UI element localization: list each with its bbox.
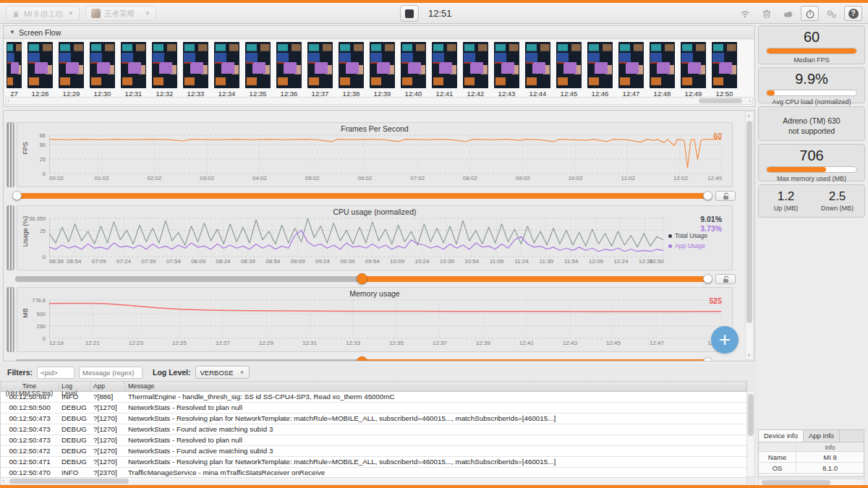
screenshot-thumbnail[interactable]: 12:44	[525, 42, 550, 98]
log-horizontal-scrollbar[interactable]: ‹	[0, 477, 747, 485]
tab-app-info[interactable]: App info	[804, 430, 840, 442]
screen-flow-scrollbar[interactable]: ‹ ›	[5, 97, 753, 105]
screenshot-thumbnail[interactable]: 12:41	[432, 42, 457, 98]
screenshot-image[interactable]	[463, 42, 488, 88]
screenshot-image[interactable]	[681, 42, 706, 88]
screenshot-image[interactable]	[432, 42, 457, 88]
fps-range-slider[interactable]	[11, 190, 714, 202]
cloud-upload-button[interactable]	[779, 6, 797, 21]
log-row[interactable]: 00:12:50:471DEBUG?[1270]NetworkStats - R…	[1, 457, 746, 468]
screenshot-thumbnail[interactable]: 12:31	[121, 42, 146, 98]
scrollbar-thumb[interactable]	[746, 121, 752, 323]
screenshot-image[interactable]	[307, 42, 333, 88]
screenshot-thumbnail[interactable]: 12:45	[556, 42, 582, 98]
memory-range-slider[interactable]	[11, 355, 714, 361]
screenshot-thumbnail[interactable]: 12:34	[214, 42, 239, 98]
screenshot-thumbnail[interactable]: 12:38	[339, 42, 364, 98]
slider-handle-right[interactable]	[703, 274, 712, 283]
screenshot-image[interactable]	[59, 42, 84, 88]
screenshot-image[interactable]	[27, 42, 53, 88]
screenshot-thumbnail[interactable]: 12:50	[712, 42, 737, 98]
delete-session-button[interactable]	[757, 6, 775, 21]
scroll-right-icon[interactable]: ›	[749, 98, 751, 104]
slider-lock-button[interactable]	[715, 191, 736, 201]
screenshot-image[interactable]	[90, 42, 115, 88]
charts-scrollbar[interactable]: ˄ ˅	[745, 111, 754, 360]
log-row[interactable]: 00:12:50:500DEBUG?[1270]NetworkStats - R…	[1, 403, 746, 414]
screenshot-image[interactable]	[494, 42, 519, 88]
slider-handle-right[interactable]	[703, 357, 712, 361]
screenshot-thumbnail[interactable]: 27	[7, 42, 22, 98]
slider-track[interactable]	[15, 276, 710, 282]
scroll-left-icon[interactable]: ‹	[7, 98, 9, 104]
screenshot-thumbnail[interactable]: 12:49	[681, 42, 706, 98]
scrollbar-thumb[interactable]	[748, 394, 754, 436]
screenshot-thumbnail[interactable]: 12:43	[494, 42, 519, 98]
log-level-dropdown[interactable]: VERBOSE ▼	[195, 366, 250, 379]
settings-button[interactable]	[822, 6, 841, 21]
scroll-up-icon[interactable]: ˄	[747, 113, 751, 119]
log-row[interactable]: 00:12:50:472DEBUG?[1270]NetworkStats - F…	[1, 446, 746, 457]
column-header-time[interactable]: Time (HH:MM:SS:ms)	[1, 382, 59, 391]
screenshot-image[interactable]	[401, 42, 426, 88]
screenshot-image[interactable]	[587, 42, 613, 88]
pid-filter-input[interactable]	[37, 367, 75, 379]
column-header-level[interactable]: Log Level	[59, 382, 90, 391]
scroll-down-icon[interactable]: ˅	[747, 352, 751, 359]
screenshot-thumbnail[interactable]: 12:32	[152, 42, 177, 98]
screenshot-image[interactable]	[618, 42, 644, 88]
log-row[interactable]: 00:12:50:667INFO?[886]ThermalEngine - ha…	[1, 392, 746, 403]
screenshot-image[interactable]	[370, 42, 395, 88]
screenshot-thumbnail[interactable]: 12:30	[90, 42, 115, 98]
help-button[interactable]: ?	[844, 6, 862, 21]
screen-flow-header[interactable]: ▼ Screen Flow	[4, 26, 754, 39]
screenshot-image[interactable]	[183, 42, 208, 88]
scroll-left-icon[interactable]: ‹	[2, 478, 4, 484]
column-header-app[interactable]: App	[90, 382, 125, 391]
screenshot-image[interactable]	[245, 42, 271, 88]
device-selector-dropdown[interactable]: MI 8 (8.1.0) ▼	[6, 6, 80, 21]
slider-handle-left[interactable]	[357, 273, 367, 284]
screenshot-thumbnail[interactable]: 12:46	[587, 42, 613, 98]
log-row[interactable]: 00:12:50:473DEBUG?[1270]NetworkStats - R…	[1, 435, 746, 446]
add-marker-button[interactable]: +	[711, 326, 739, 354]
memory-chart-drag-handle[interactable]	[7, 287, 14, 352]
scrollbar-thumb[interactable]	[762, 480, 830, 485]
wifi-button[interactable]	[736, 6, 754, 21]
screenshot-thumbnail[interactable]: 12:33	[183, 42, 208, 98]
screenshot-thumbnail[interactable]: 12:37	[307, 42, 333, 98]
scrollbar-thumb[interactable]	[9, 479, 129, 484]
screenshot-image[interactable]	[525, 42, 550, 88]
log-vertical-scrollbar[interactable]	[746, 391, 755, 477]
screenshot-thumbnail[interactable]: 12:48	[650, 42, 675, 98]
scrollbar-thumb[interactable]	[699, 98, 742, 103]
screenshot-image[interactable]	[214, 42, 239, 88]
slider-handle-left[interactable]	[12, 191, 22, 200]
log-row[interactable]: 00:12:50:473DEBUG?[1270]NetworkStats - F…	[1, 424, 746, 435]
stop-recording-button[interactable]	[400, 5, 419, 22]
screenshot-thumbnail[interactable]: 12:40	[401, 42, 426, 98]
slider-lock-button[interactable]	[715, 274, 736, 284]
column-header-message[interactable]: Message	[125, 382, 746, 391]
screenshot-thumbnail[interactable]: 12:39	[370, 42, 395, 98]
cpu-chart-drag-handle[interactable]	[7, 205, 14, 270]
screenshot-thumbnail[interactable]: 12:29	[59, 42, 84, 98]
screenshot-thumbnail[interactable]: 12:28	[27, 42, 53, 98]
log-row[interactable]: 00:12:50:473DEBUG?[1270]NetworkStats - R…	[1, 414, 746, 424]
session-timer-button[interactable]	[801, 6, 819, 21]
slider-handle-right[interactable]	[703, 191, 712, 200]
screenshot-thumbnail[interactable]: 12:35	[245, 42, 271, 98]
cpu-range-slider[interactable]	[11, 273, 714, 285]
slider-handle-left[interactable]	[357, 356, 367, 361]
screenshot-thumbnail[interactable]: 12:47	[618, 42, 644, 98]
screenshot-thumbnail[interactable]: 12:42	[463, 42, 488, 98]
fps-chart-drag-handle[interactable]	[7, 122, 14, 187]
screenshot-thumbnail[interactable]: 12:36	[276, 42, 302, 98]
screenshot-image[interactable]	[121, 42, 146, 88]
slider-track[interactable]	[15, 359, 710, 361]
screenshot-image[interactable]	[152, 42, 177, 88]
screenshot-image[interactable]	[650, 42, 675, 88]
tab-device-info[interactable]: Device info	[759, 430, 804, 442]
screenshot-image[interactable]	[339, 42, 364, 88]
screenshot-image[interactable]	[7, 42, 22, 88]
